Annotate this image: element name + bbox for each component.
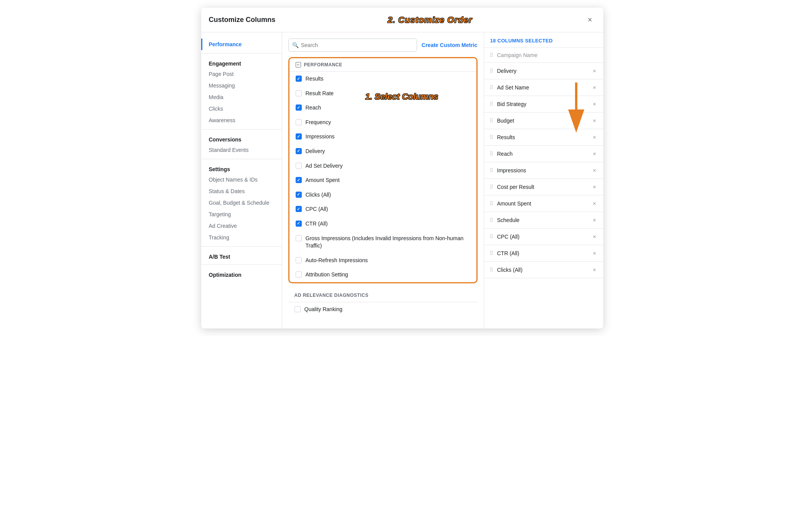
drag-handle-icon[interactable]: ⠿ <box>489 184 493 190</box>
sidebar-divider-1 <box>201 53 282 54</box>
checkbox-cpc-all[interactable] <box>296 206 302 212</box>
column-item-ctr-all[interactable]: CTR (All) <box>289 217 476 231</box>
sidebar-group-optimization: Optimization <box>201 268 282 279</box>
search-row: 🔍 Create Custom Metric <box>288 39 478 52</box>
remove-delivery-button[interactable]: × <box>591 67 597 75</box>
column-item-quality-ranking[interactable]: Quality Ranking <box>288 302 478 317</box>
column-item-frequency[interactable]: Frequency <box>289 115 476 130</box>
column-item-gross-impressions[interactable]: Gross Impressions (Includes Invalid Impr… <box>289 231 476 253</box>
remove-impressions-button[interactable]: × <box>591 167 597 174</box>
checkbox-auto-refresh[interactable] <box>296 257 302 263</box>
column-item-auto-refresh[interactable]: Auto-Refresh Impressions <box>289 253 476 268</box>
remove-budget-button[interactable]: × <box>591 117 597 125</box>
remove-results-button[interactable]: × <box>591 133 597 141</box>
remove-bid-strategy-button[interactable]: × <box>591 100 597 108</box>
sidebar-item-clicks[interactable]: Clicks <box>201 103 282 114</box>
sidebar-divider-2 <box>201 129 282 130</box>
remove-schedule-button[interactable]: × <box>591 216 597 224</box>
columns-list[interactable]: 1. Select Columns − PERFORMANCE Results <box>288 57 478 322</box>
checkbox-result-rate[interactable] <box>296 90 302 96</box>
column-item-amount-spent[interactable]: Amount Spent <box>289 173 476 188</box>
remove-reach-button[interactable]: × <box>591 150 597 158</box>
sidebar-divider-4 <box>201 246 282 247</box>
checkbox-attribution[interactable] <box>296 271 302 278</box>
sidebar-group-ab-test: A/B Test <box>201 250 282 261</box>
modal-body: Performance Engagement Page Post Messagi… <box>201 32 603 328</box>
sidebar-item-awareness[interactable]: Awareness <box>201 114 282 126</box>
checkbox-clicks-all[interactable] <box>296 192 302 198</box>
remove-ctr-all-button[interactable]: × <box>591 249 597 257</box>
sidebar-item-page-post[interactable]: Page Post <box>201 68 282 80</box>
checkbox-results[interactable] <box>296 76 302 82</box>
sidebar-divider-3 <box>201 159 282 159</box>
drag-handle-icon[interactable]: ⠿ <box>489 267 493 273</box>
ad-relevance-section: AD RELEVANCE DIAGNOSTICS Quality Ranking <box>288 289 478 317</box>
performance-section-header: − PERFORMANCE <box>289 58 476 72</box>
drag-handle-icon[interactable]: ⠿ <box>489 118 493 124</box>
sidebar-item-object-names[interactable]: Object Names & IDs <box>201 174 282 185</box>
sidebar-item-messaging[interactable]: Messaging <box>201 80 282 91</box>
drag-handle-icon[interactable]: ⠿ <box>489 151 493 157</box>
customize-columns-modal: Customize Columns 2. Customize Order × P… <box>201 8 603 328</box>
drag-handle-icon[interactable]: ⠿ <box>489 68 493 74</box>
remove-cost-per-result-button[interactable]: × <box>591 183 597 191</box>
search-icon: 🔍 <box>292 42 299 48</box>
remove-cpc-all-button[interactable]: × <box>591 233 597 241</box>
columns-selected-header: 18 COLUMNS SELECTED <box>484 32 603 48</box>
sidebar-item-standard-events[interactable]: Standard Events <box>201 144 282 156</box>
drag-handle-icon[interactable]: ⠿ <box>489 134 493 140</box>
search-input-wrap: 🔍 <box>288 39 417 52</box>
sidebar-group-conversions: Conversions <box>201 133 282 144</box>
selected-item-results: ⠿ Results × <box>484 129 603 146</box>
sidebar-item-performance[interactable]: Performance <box>201 39 282 50</box>
drag-handle-icon[interactable]: ⠿ <box>489 167 493 173</box>
checkbox-quality-ranking[interactable] <box>294 306 301 312</box>
checkbox-impressions[interactable] <box>296 133 302 140</box>
checkbox-ctr-all[interactable] <box>296 221 302 227</box>
drag-handle-icon[interactable]: ⠿ <box>489 52 493 58</box>
remove-ad-set-name-button[interactable]: × <box>591 84 597 91</box>
sidebar-item-ad-creative[interactable]: Ad Creative <box>201 220 282 232</box>
column-item-result-rate[interactable]: Result Rate <box>289 86 476 101</box>
right-panel: 18 COLUMNS SELECTED ⠿ Campaign Name ⠿ De… <box>484 32 603 328</box>
column-item-ad-set-delivery[interactable]: Ad Set Delivery <box>289 159 476 173</box>
selected-item-budget: ⠿ Budget × <box>484 113 603 129</box>
column-item-delivery[interactable]: Delivery <box>289 144 476 159</box>
sidebar-item-tracking[interactable]: Tracking <box>201 232 282 243</box>
create-custom-metric-button[interactable]: Create Custom Metric <box>422 42 478 48</box>
selected-item-cpc-all: ⠿ CPC (All) × <box>484 229 603 245</box>
drag-handle-icon[interactable]: ⠿ <box>489 234 493 240</box>
sidebar-group-settings: Settings <box>201 162 282 174</box>
selected-item-amount-spent: ⠿ Amount Spent × <box>484 195 603 212</box>
checkbox-delivery[interactable] <box>296 148 302 154</box>
column-item-reach[interactable]: Reach <box>289 101 476 115</box>
drag-handle-icon[interactable]: ⠿ <box>489 84 493 91</box>
drag-handle-icon[interactable]: ⠿ <box>489 250 493 256</box>
checkbox-frequency[interactable] <box>296 119 302 125</box>
selected-item-clicks-all: ⠿ Clicks (All) × <box>484 262 603 278</box>
sidebar-divider-5 <box>201 264 282 265</box>
selected-item-cost-per-result: ⠿ Cost per Result × <box>484 179 603 195</box>
sidebar-item-targeting[interactable]: Targeting <box>201 209 282 220</box>
collapse-icon[interactable]: − <box>296 62 301 67</box>
drag-handle-icon[interactable]: ⠿ <box>489 217 493 223</box>
column-item-results[interactable]: Results <box>289 72 476 86</box>
sidebar-item-status-dates[interactable]: Status & Dates <box>201 185 282 197</box>
checkbox-gross-impressions[interactable] <box>296 235 302 241</box>
checkbox-ad-set-delivery[interactable] <box>296 163 302 169</box>
remove-amount-spent-button[interactable]: × <box>591 200 597 207</box>
sidebar-item-media[interactable]: Media <box>201 91 282 103</box>
drag-handle-icon[interactable]: ⠿ <box>489 101 493 107</box>
checkbox-reach[interactable] <box>296 104 302 111</box>
customize-order-annotation: 2. Customize Order <box>388 15 473 25</box>
column-item-attribution[interactable]: Attribution Setting <box>289 268 476 282</box>
column-item-clicks-all[interactable]: Clicks (All) <box>289 188 476 202</box>
remove-clicks-all-button[interactable]: × <box>591 266 597 274</box>
sidebar-item-goal-budget[interactable]: Goal, Budget & Schedule <box>201 197 282 209</box>
column-item-cpc-all[interactable]: CPC (All) <box>289 202 476 217</box>
close-button[interactable]: × <box>585 14 595 26</box>
drag-handle-icon[interactable]: ⠿ <box>489 200 493 207</box>
checkbox-amount-spent[interactable] <box>296 177 302 183</box>
search-input[interactable] <box>288 39 417 52</box>
column-item-impressions[interactable]: Impressions <box>289 130 476 144</box>
